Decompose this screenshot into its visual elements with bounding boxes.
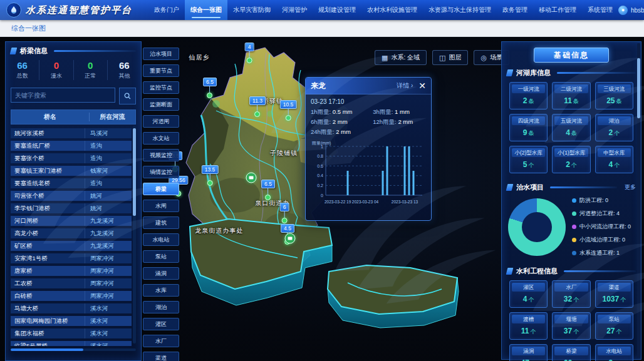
- table-row[interactable]: 高龙小桥九龙溪河: [11, 228, 132, 238]
- nav-item-9[interactable]: 系统管理: [582, 0, 618, 20]
- table-row[interactable]: 李学钱门港桥姚河: [11, 203, 132, 213]
- camera-pin-icon[interactable]: [285, 233, 296, 244]
- map-station-marker[interactable]: 11.3: [249, 96, 266, 117]
- nav-item-3[interactable]: 河湖管护: [276, 0, 313, 20]
- nav-item-4[interactable]: 规划建设管理: [313, 0, 361, 20]
- marker-value: 13.5: [202, 165, 219, 174]
- map-station-marker[interactable]: 4: [245, 43, 254, 63]
- table-row[interactable]: 工农桥周家冲河: [11, 278, 132, 288]
- map-station-marker[interactable]: 13.5: [202, 165, 219, 186]
- table-row[interactable]: 要塞镇王家门港桥钱家河: [11, 166, 132, 176]
- work-card-6[interactable]: 涵洞47个: [509, 344, 548, 361]
- breadcrumb-bar: 综合一张图: [0, 20, 644, 37]
- water-system-selector[interactable]: ▦ 水系: 全域: [375, 50, 427, 65]
- card-label: 堰塘: [554, 315, 588, 323]
- work-card-5[interactable]: 泵站27个: [595, 312, 633, 340]
- layer-button-18[interactable]: 渠道: [143, 352, 179, 361]
- table-row[interactable]: 安家湾1号桥周家冲河: [11, 253, 132, 263]
- river-card-1[interactable]: 二级河流11条: [552, 82, 590, 109]
- projects-donut-wrap: 防洪工程: 0河道整治工程: 4中小河流治理工程: 0小流域治理工程: 0水系连…: [502, 195, 641, 262]
- map-station-marker[interactable]: 6.5: [203, 78, 217, 98]
- table-row[interactable]: 国家电网梅园门港桥溪水河: [11, 316, 132, 326]
- table-row[interactable]: 马塘大桥溪水河: [11, 303, 132, 313]
- map-town-label: 龙泉街道办事处: [195, 226, 244, 235]
- work-card-1[interactable]: 水厂32个: [552, 280, 590, 308]
- table-row[interactable]: 姚河张溪桥马溪河: [11, 128, 132, 138]
- card-unit: 个: [571, 162, 577, 168]
- layer-button-11[interactable]: 水电站: [143, 233, 179, 246]
- layer-button-17[interactable]: 水厂: [143, 335, 179, 347]
- breadcrumb[interactable]: 综合一张图: [11, 24, 46, 33]
- layer-button-6[interactable]: 视频监控: [143, 149, 179, 161]
- popup-detail-link[interactable]: 详情 ›: [397, 81, 413, 90]
- right-panel-scrollbar-thumb[interactable]: [637, 58, 640, 118]
- layer-button-0[interactable]: 治水项目: [143, 48, 179, 60]
- layer-button-16[interactable]: 灌区: [143, 318, 179, 330]
- table-scrollbar[interactable]: [133, 126, 136, 343]
- layer-button-5[interactable]: 水文站: [143, 132, 179, 145]
- work-card-3[interactable]: 渡槽11个: [509, 312, 548, 340]
- river-card-2[interactable]: 三级河流25条: [595, 82, 633, 109]
- river-card-8[interactable]: 中型水库4个: [595, 146, 633, 173]
- layer-button-15[interactable]: 湖泊: [143, 301, 179, 313]
- layer-button-9[interactable]: 水闸: [143, 200, 179, 212]
- nav-item-6[interactable]: 水资源与水土保持管理: [423, 0, 497, 20]
- nav-item-0[interactable]: 政务门户: [148, 0, 185, 20]
- table-hscrollbar-thumb[interactable]: [11, 348, 83, 351]
- right-panel-scrollbar[interactable]: [637, 43, 640, 358]
- nav-item-2[interactable]: 水旱灾害防御: [227, 0, 276, 20]
- table-row[interactable]: 司营张个桥姚河: [11, 191, 132, 201]
- river-card-6[interactable]: 小(2)型水库5个: [509, 146, 548, 173]
- river-card-7[interactable]: 小(1)型水库2个: [552, 146, 590, 173]
- cell-river-name: 造沟: [85, 178, 132, 188]
- work-card-2[interactable]: 渠道1037个: [595, 280, 633, 308]
- layer-button-2[interactable]: 监控节点: [143, 81, 179, 94]
- map-station-marker[interactable]: 6: [280, 203, 289, 223]
- layer-button-3[interactable]: 监测断面: [143, 98, 179, 111]
- table-row[interactable]: 唐家桥周家冲河: [11, 266, 132, 276]
- nav-item-7[interactable]: 政务管理: [497, 0, 533, 20]
- map-station-marker[interactable]: 6.5: [261, 180, 275, 200]
- work-card-8[interactable]: 水电站3个: [595, 344, 633, 361]
- table-row[interactable]: 要塞张个桥造沟: [11, 153, 132, 163]
- layer-button-4[interactable]: 河道闸: [143, 115, 179, 128]
- work-card-7[interactable]: 桥梁66个: [552, 344, 590, 361]
- nav-item-8[interactable]: 移动工作管理: [533, 0, 582, 20]
- river-card-3[interactable]: 四级河流9条: [509, 114, 548, 141]
- table-row[interactable]: 临梁5号屋桥溪水河: [11, 341, 132, 346]
- layer-button-8[interactable]: 桥梁: [143, 183, 179, 195]
- river-card-0[interactable]: 一级河流2条: [509, 82, 548, 109]
- river-card-4[interactable]: 五级河流4条: [552, 114, 590, 141]
- layer-button-10[interactable]: 建筑: [143, 216, 179, 229]
- layer-button-13[interactable]: 涵洞: [143, 267, 179, 280]
- table-row[interactable]: 白砖桥周家冲河: [11, 291, 132, 301]
- close-icon[interactable]: ✕: [418, 81, 426, 90]
- table-scrollbar-thumb[interactable]: [133, 128, 136, 216]
- layer-button-12[interactable]: 泵站: [143, 250, 179, 263]
- user-menu[interactable]: ● hbsb42080201 ▼: [618, 6, 644, 15]
- map-station-marker[interactable]: 10.5: [280, 100, 297, 121]
- work-card-0[interactable]: 灌区4个: [509, 280, 548, 308]
- table-row[interactable]: 要塞造纸厂桥造沟: [11, 141, 132, 151]
- table-row[interactable]: 河口闸桥九龙溪河: [11, 216, 132, 226]
- work-card-4[interactable]: 堰塘37个: [552, 312, 590, 340]
- search-button[interactable]: [119, 88, 136, 104]
- layers-button[interactable]: ◫ 图层: [432, 50, 468, 65]
- search-input[interactable]: [11, 88, 115, 103]
- table-hscrollbar[interactable]: [11, 348, 136, 351]
- card-value: 2个: [598, 125, 631, 139]
- stat-value: 0: [39, 60, 73, 71]
- basic-info-tab[interactable]: 基础信息: [534, 48, 609, 63]
- layer-button-1[interactable]: 重要节点: [143, 64, 179, 77]
- table-row[interactable]: 矿区桥九龙溪河: [11, 241, 132, 251]
- nav-item-5[interactable]: 农村水利设施管理: [361, 0, 423, 20]
- layer-button-14[interactable]: 水库: [143, 284, 179, 297]
- nav-item-1[interactable]: 综合一张图: [185, 0, 227, 20]
- camera-pin-icon[interactable]: [246, 173, 257, 183]
- platform-logo-icon: [6, 3, 21, 18]
- projects-more-link[interactable]: 更多: [625, 183, 636, 191]
- river-card-5[interactable]: 湖泊2个: [595, 114, 633, 141]
- table-row[interactable]: 要塞造纸老桥造沟: [11, 178, 132, 188]
- table-row[interactable]: 集团水福桥溪水河: [11, 328, 132, 338]
- layer-button-7[interactable]: 墒情监控: [143, 166, 179, 178]
